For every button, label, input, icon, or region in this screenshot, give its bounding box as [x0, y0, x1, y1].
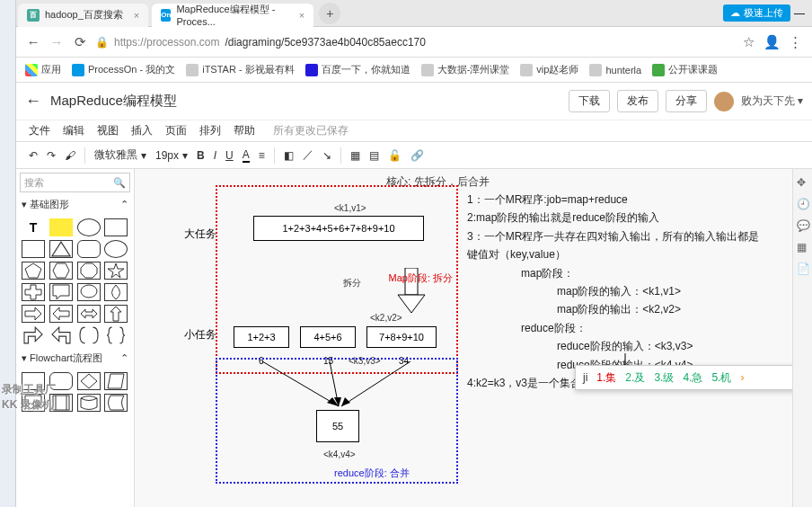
menu-file[interactable]: 文件: [29, 123, 50, 138]
close-icon[interactable]: ×: [134, 10, 139, 21]
bookmark-item[interactable]: vip赵老师: [520, 63, 578, 76]
font-select[interactable]: 微软雅黑 ▾: [94, 147, 146, 163]
url-field[interactable]: 🔒 https://processon.com/diagraming/5ce93…: [95, 36, 733, 49]
profile-icon[interactable]: 👤: [763, 34, 780, 50]
shape-corner1[interactable]: [22, 326, 45, 344]
menu-page[interactable]: 页面: [165, 123, 187, 138]
shape-cross[interactable]: [22, 283, 45, 301]
shape-text[interactable]: T: [22, 218, 45, 236]
result-box[interactable]: 55: [316, 410, 359, 442]
forward-button[interactable]: →: [49, 34, 65, 50]
align-button[interactable]: ≡: [259, 149, 265, 162]
ime-candidate-panel[interactable]: ji 1.集 2.及 3.级 4.急 5.机 › S: [575, 365, 808, 390]
shape-rounded[interactable]: [77, 240, 101, 258]
bold-button[interactable]: B: [197, 149, 205, 162]
map-phase-box[interactable]: <k1,v1> 1+2+3+4+5+6+7+8+9+10 拆分 Map阶段: 拆…: [216, 185, 458, 374]
shape-search[interactable]: 搜索🔍: [20, 173, 130, 192]
line-button[interactable]: ／: [303, 147, 313, 163]
menu-insert[interactable]: 插入: [131, 123, 153, 138]
ime-more-icon[interactable]: ›: [740, 371, 744, 384]
shape-bracket[interactable]: [77, 326, 101, 344]
ime-candidate[interactable]: 3.级: [654, 370, 674, 386]
shape-hex[interactable]: [49, 262, 73, 280]
bookmark-item[interactable]: 大数据-潭州课堂: [421, 63, 510, 76]
shape-oct[interactable]: [77, 262, 101, 280]
avatar[interactable]: [714, 92, 734, 111]
back-arrow-icon[interactable]: ←: [25, 92, 41, 111]
category-basic[interactable]: ▾ 基础图形⌃: [20, 192, 130, 217]
shape-star[interactable]: [104, 262, 128, 280]
document-title[interactable]: MapReduce编程模型: [50, 93, 177, 110]
size-select[interactable]: 19px ▾: [155, 149, 188, 162]
publish-button[interactable]: 发布: [617, 90, 658, 112]
link-button[interactable]: 🔗: [410, 149, 424, 162]
ime-candidate[interactable]: 4.急: [683, 370, 702, 386]
reload-button[interactable]: ⟳: [72, 34, 88, 50]
browser-tab[interactable]: 百 hadoop_百度搜索 ×: [18, 4, 148, 27]
lock-button[interactable]: 🔓: [388, 149, 402, 162]
shape-ellipse[interactable]: [104, 240, 128, 258]
browser-tab-active[interactable]: On MapReduce编程模型 - Proces... ×: [152, 4, 313, 27]
shape-note[interactable]: [49, 218, 73, 236]
bookmark-item[interactable]: hunterla: [589, 64, 641, 76]
bookmark-item[interactable]: 公开课课题: [652, 63, 718, 76]
shape-pentagon[interactable]: [22, 262, 45, 280]
shape-data[interactable]: [104, 372, 128, 390]
task3-box[interactable]: 7+8+9+10: [366, 326, 437, 348]
share-button[interactable]: 分享: [666, 90, 707, 112]
canvas[interactable]: 核心: 先拆分，后合并 大任务 小任务 <k1,v1> 1+2+3+4+5+6+…: [135, 169, 812, 507]
shape-arrow-l[interactable]: [49, 305, 73, 323]
shape-arrow-r[interactable]: [22, 305, 45, 323]
menu-arrange[interactable]: 排列: [199, 123, 221, 138]
download-button[interactable]: 下载: [569, 90, 610, 112]
bookmark-item[interactable]: ProcessOn - 我的文: [72, 63, 175, 76]
ime-candidate[interactable]: 5.机: [711, 370, 731, 386]
menu-edit[interactable]: 编辑: [63, 123, 84, 138]
close-icon[interactable]: ×: [299, 10, 304, 21]
apps-button[interactable]: 应用: [25, 63, 61, 76]
paint-button[interactable]: 🖌: [65, 149, 75, 162]
comment-icon[interactable]: 💬: [797, 219, 809, 232]
menu-icon[interactable]: ⋮: [787, 34, 803, 50]
shape-circle[interactable]: [77, 218, 101, 236]
shape-db[interactable]: [77, 394, 101, 412]
italic-button[interactable]: I: [214, 149, 216, 162]
back-button[interactable]: ←: [25, 34, 41, 50]
task1-box[interactable]: 1+2+3: [234, 326, 289, 348]
menu-view[interactable]: 视图: [97, 123, 119, 138]
history-icon[interactable]: 🕘: [797, 198, 809, 210]
text-color-button[interactable]: A: [243, 148, 250, 163]
shape-brace[interactable]: [104, 326, 128, 344]
shape-arrow-u[interactable]: [104, 305, 128, 323]
undo-button[interactable]: ↶: [29, 149, 38, 162]
task2-box[interactable]: 4+5+6: [300, 326, 356, 348]
shape-decision[interactable]: [77, 372, 101, 390]
ime-candidate[interactable]: 1.集: [596, 370, 616, 386]
shape-triangle[interactable]: [49, 240, 73, 258]
shape-rect[interactable]: [22, 240, 45, 258]
shape-stored[interactable]: [104, 394, 128, 412]
attribute-icon[interactable]: ▦: [797, 241, 809, 254]
shape-drop[interactable]: [104, 283, 128, 301]
menu-help[interactable]: 帮助: [234, 123, 255, 138]
main-task-box[interactable]: 1+2+3+4+5+6+7+8+9+10: [253, 216, 424, 241]
nav-icon[interactable]: ✥: [797, 176, 809, 189]
reduce-phase-box[interactable]: 55 <k4,v4> reduce阶段: 合并: [216, 358, 458, 484]
window-minimize[interactable]: —: [794, 7, 805, 20]
back-button[interactable]: ▤: [369, 149, 379, 162]
fill-button[interactable]: ◧: [284, 149, 294, 162]
underline-button[interactable]: U: [225, 149, 234, 162]
category-flow[interactable]: ▾ Flowchart流程图⌃: [20, 346, 130, 370]
new-tab-button[interactable]: +: [319, 3, 340, 24]
shape-chat2[interactable]: [77, 283, 101, 301]
notes-text[interactable]: 1：一个MR程序:job=map+reduce 2:map阶段的输出就是redu…: [467, 191, 799, 392]
ime-candidate[interactable]: 2.及: [625, 370, 645, 386]
connector-button[interactable]: ↘: [322, 149, 331, 162]
username[interactable]: 败为天下先 ▾: [741, 93, 803, 109]
shape-rect[interactable]: [104, 218, 128, 236]
bookmark-item[interactable]: iTSTAR - 影视最有料: [186, 63, 294, 76]
shape-chat[interactable]: [49, 283, 73, 301]
front-button[interactable]: ▦: [350, 149, 360, 162]
redo-button[interactable]: ↷: [47, 149, 56, 162]
cloud-upload-button[interactable]: ☁极速上传: [723, 4, 790, 22]
